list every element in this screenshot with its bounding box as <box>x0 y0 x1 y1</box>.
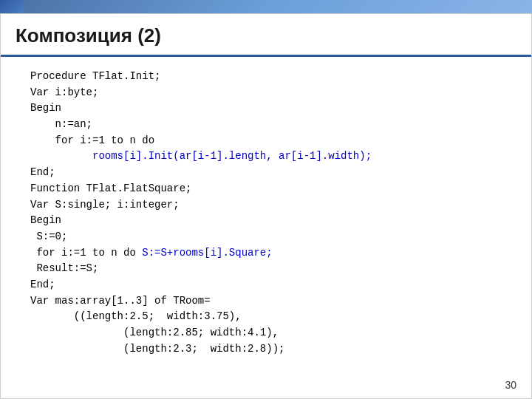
code-line-9: Var S:single; i:integer; <box>30 197 509 214</box>
slide-title: Композиция (2) <box>16 24 516 47</box>
code-highlight-2: S:=S+rooms[i].Square; <box>142 247 272 259</box>
top-bar <box>0 0 532 13</box>
code-line-12: for i:=1 to n do S:=S+rooms[i].Square; <box>30 245 509 262</box>
code-line-16: ((length:2.5; width:3.75), <box>30 309 509 325</box>
code-line-6: rooms[i].Init(ar[i-1].length, ar[i-1].wi… <box>30 149 509 165</box>
code-line-8: Function TFlat.FlatSquare; <box>30 181 509 197</box>
code-line-18: (length:2.3; width:2.8)); <box>30 341 509 358</box>
code-line-3: Begin <box>30 100 509 117</box>
code-line-10: Begin <box>30 213 509 229</box>
slide-header: Композиция (2) <box>1 14 531 57</box>
code-line-5: for i:=1 to n do <box>30 133 509 149</box>
code-line-4: n:=an; <box>30 117 509 133</box>
code-line-17: (length:2.85; width:4.1), <box>30 325 509 341</box>
code-line-7: End; <box>30 165 509 181</box>
code-line-15: Var mas:array[1..3] of TRoom= <box>30 293 509 310</box>
slide-content: Procedure TFlat.Init; Var i:byte; Begin … <box>1 57 531 364</box>
code-line-1: Procedure TFlat.Init; <box>30 69 509 85</box>
code-highlight-1: rooms[i].Init(ar[i-1].length, ar[i-1].wi… <box>92 150 372 162</box>
code-line-13: Result:=S; <box>30 261 509 277</box>
slide-container: Композиция (2) Procedure TFlat.Init; Var… <box>0 13 532 399</box>
code-line-14: End; <box>30 277 509 293</box>
code-line-11: S:=0; <box>30 229 509 245</box>
code-line-2: Var i:byte; <box>30 85 509 101</box>
page-number: 30 <box>505 379 516 391</box>
